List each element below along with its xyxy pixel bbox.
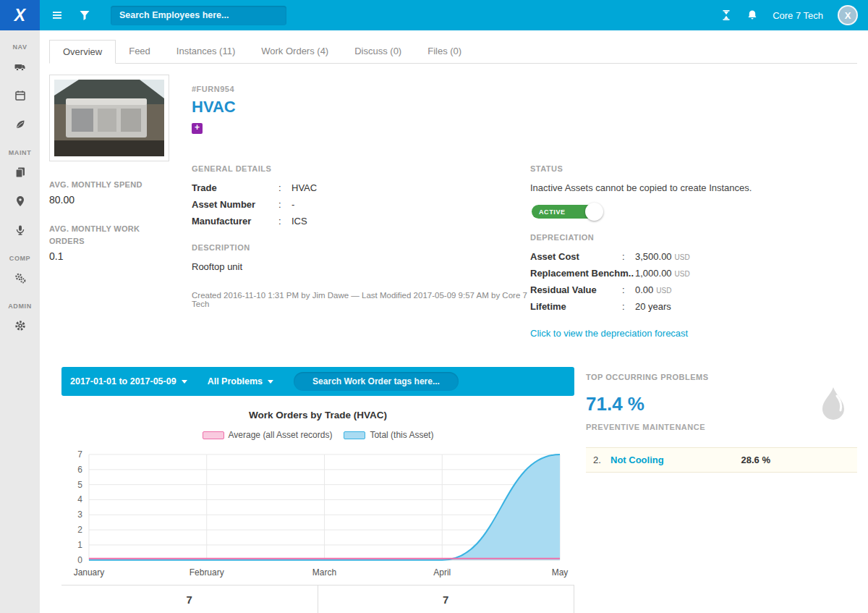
chart-title: Work Orders by Trade (HVAC) — [61, 410, 574, 420]
add-tag-button[interactable]: + — [192, 123, 203, 134]
general-details-heading: GENERAL DETAILS — [192, 164, 530, 173]
top-problems-panel: TOP OCCURRING PROBLEMS 71.4 % PREVENTIVE… — [586, 367, 857, 473]
svg-text:May: May — [552, 567, 569, 578]
detail-row-trade: Trade : HVAC — [192, 182, 530, 193]
work-order-tag-search-input[interactable] — [294, 372, 459, 391]
chevron-down-icon — [182, 380, 187, 384]
date-range-dropdown[interactable]: 2017-01-01 to 2017-05-09 — [70, 376, 187, 386]
asset-left-column: AVG. MONTHLY SPEND 80.00 AVG. MONTHLY WO… — [49, 75, 192, 339]
svg-text:5: 5 — [77, 480, 82, 490]
detail-row-manufacturer: Manufacturer : ICS — [192, 216, 530, 227]
asset-info-section: AVG. MONTHLY SPEND 80.00 AVG. MONTHLY WO… — [40, 64, 868, 339]
chart-count-row: 7 7 — [61, 585, 574, 613]
sidebar: NAV MAINT COMP ADMIN — [0, 30, 40, 613]
svg-text:6: 6 — [77, 465, 82, 475]
user-avatar[interactable]: X — [838, 5, 858, 25]
topbar: X Core 7 Tech X — [0, 0, 868, 30]
svg-text:January: January — [74, 567, 105, 578]
top-problem-label: PREVENTIVE MAINTENANCE — [586, 423, 857, 431]
count-cell: 7 — [318, 585, 574, 613]
chart-toolbar: 2017-01-01 to 2017-05-09 All Problems — [61, 367, 574, 396]
sidebar-section-comp: COMP — [9, 255, 30, 262]
sidebar-section-admin: ADMIN — [8, 303, 32, 310]
status-column: STATUS Inactive Assets cannot be copied … — [530, 164, 857, 339]
stat-label: AVG. MONTHLY SPEND — [49, 179, 172, 191]
tab-instances[interactable]: Instances (11) — [163, 40, 248, 64]
main-content: Overview Feed Instances (11) Work Orders… — [40, 30, 868, 613]
problems-filter-dropdown[interactable]: All Problems — [208, 376, 273, 386]
toggle-label: ACTIVE — [539, 208, 566, 216]
description-text: Rooftop unit — [192, 261, 530, 272]
depreciation-heading: DEPRECIATION — [530, 233, 857, 242]
description-heading: DESCRIPTION — [192, 243, 530, 252]
problem-rank: 2. — [593, 455, 610, 465]
calendar-icon[interactable] — [0, 81, 40, 110]
chevron-down-icon — [268, 380, 273, 384]
toggle-knob — [585, 203, 603, 221]
notifications-bell-icon[interactable] — [746, 9, 758, 21]
svg-text:7: 7 — [77, 449, 82, 460]
leaf-icon[interactable] — [0, 110, 40, 139]
legend-average: Average (all Asset records) — [203, 430, 333, 440]
svg-text:March: March — [312, 567, 336, 578]
tab-work-orders[interactable]: Work Orders (4) — [248, 40, 341, 64]
svg-text:April: April — [433, 567, 451, 578]
tab-feed[interactable]: Feed — [116, 40, 163, 64]
status-note: Inactive Assets cannot be copied to crea… — [530, 182, 857, 193]
svg-text:2: 2 — [77, 525, 82, 535]
tab-files[interactable]: Files (0) — [414, 40, 475, 64]
depn-row-lifetime: Lifetime : 20 years — [530, 301, 857, 312]
depn-row-asset-cost: Asset Cost : 3,500.00 USD — [530, 251, 857, 262]
top-problems-heading: TOP OCCURRING PROBLEMS — [586, 373, 857, 381]
svg-text:4: 4 — [77, 494, 82, 504]
app-logo[interactable]: X — [0, 0, 40, 30]
tab-discuss[interactable]: Discuss (0) — [341, 40, 414, 64]
top-problem-percent: 71.4 % — [586, 393, 857, 415]
flame-icon — [820, 386, 847, 426]
svg-text:0: 0 — [77, 555, 82, 565]
page-title: HVAC — [192, 98, 857, 117]
employee-search-input[interactable] — [111, 6, 286, 25]
settings-gear-icon[interactable] — [0, 311, 40, 340]
svg-text:1: 1 — [77, 540, 82, 550]
asset-id: #FURN954 — [192, 85, 857, 93]
legend-swatch-total — [344, 431, 365, 439]
svg-text:February: February — [190, 567, 224, 578]
stat-monthly-spend: AVG. MONTHLY SPEND 80.00 — [49, 179, 172, 206]
topbar-right: Core 7 Tech X — [720, 5, 868, 25]
filter-funnel-icon[interactable] — [79, 9, 90, 21]
work-orders-chart-panel: 2017-01-01 to 2017-05-09 All Problems Wo… — [61, 367, 574, 613]
vehicle-icon[interactable] — [0, 52, 40, 81]
sidebar-section-nav: NAV — [12, 43, 27, 51]
legend-total: Total (this Asset) — [344, 430, 433, 440]
bottom-section: 2017-01-01 to 2017-05-09 All Problems Wo… — [40, 367, 868, 613]
hamburger-menu-icon[interactable] — [51, 9, 63, 21]
status-heading: STATUS — [530, 164, 857, 173]
app-window: X Core 7 Tech X NAV — [0, 0, 868, 613]
tab-overview[interactable]: Overview — [49, 40, 116, 64]
stat-monthly-work-orders: AVG. MONTHLY WORK ORDERS 0.1 — [49, 223, 172, 262]
chart-legend: Average (all Asset records) Total (this … — [61, 430, 574, 440]
location-pin-icon[interactable] — [0, 187, 40, 216]
stat-label: AVG. MONTHLY WORK ORDERS — [49, 223, 172, 248]
sidebar-section-maint: MAINT — [9, 149, 32, 156]
depreciation-forecast-link[interactable]: Click to view the depreciation forecast — [530, 328, 688, 339]
active-toggle[interactable]: ACTIVE — [532, 205, 601, 219]
account-name[interactable]: Core 7 Tech — [773, 10, 823, 21]
problem-percent: 28.6 % — [741, 455, 850, 465]
copy-documents-icon[interactable] — [0, 158, 40, 187]
legend-swatch-average — [203, 431, 224, 439]
stat-value: 80.00 — [49, 194, 172, 206]
created-modified-meta: Created 2016-11-10 1:31 PM by Jim Dawe —… — [192, 291, 530, 308]
tab-bar: Overview Feed Instances (11) Work Orders… — [49, 40, 857, 64]
stat-value: 0.1 — [49, 250, 172, 262]
depn-row-residual: Residual Value : 0.00 USD — [530, 284, 857, 295]
asset-photo[interactable] — [49, 75, 169, 161]
hourglass-icon[interactable] — [720, 9, 732, 21]
count-cell: 7 — [61, 585, 318, 613]
general-details-column: GENERAL DETAILS Trade : HVAC Asset Numbe… — [192, 164, 530, 339]
asset-tag-icon[interactable] — [0, 216, 40, 245]
problem-list-item: 2. Not Cooling 28.6 % — [586, 447, 857, 473]
components-gears-icon[interactable] — [0, 263, 40, 292]
problem-link[interactable]: Not Cooling — [610, 455, 664, 465]
